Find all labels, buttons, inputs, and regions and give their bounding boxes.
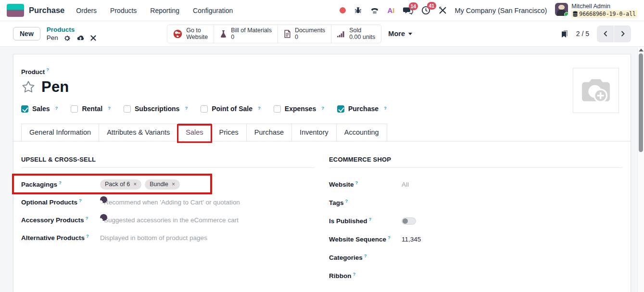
product-name-input[interactable]: Pen (41, 78, 69, 96)
help-mark[interactable]: ? (353, 271, 356, 277)
accessory-products-field[interactable]: Suggested accessories in the eCommerce c… (104, 216, 239, 224)
help-mark[interactable]: ? (321, 105, 324, 111)
company-switcher[interactable]: My Company (San Francisco) (455, 7, 547, 14)
tab-sales[interactable]: Sales (178, 124, 211, 141)
help-mark[interactable]: ? (185, 105, 188, 111)
tools-icon[interactable] (439, 6, 447, 14)
help-mark[interactable]: ? (59, 180, 62, 185)
menu-orders[interactable]: Orders (76, 7, 97, 14)
vertical-scrollbar[interactable] (637, 47, 644, 292)
bill-of-materials-button[interactable]: Bill of Materials 0 (214, 25, 278, 43)
document-icon (284, 30, 291, 38)
star-icon[interactable] (21, 80, 36, 94)
checkbox-rental[interactable]: Rental? (71, 105, 111, 113)
help-mark[interactable]: ? (86, 216, 88, 221)
checkbox-box[interactable] (201, 105, 208, 113)
menu-configuration[interactable]: Configuration (193, 7, 233, 14)
ai-icon[interactable]: AI (388, 6, 395, 14)
bookmark-icon[interactable] (561, 30, 568, 38)
go-to-website-button[interactable]: Go to Website (167, 25, 214, 43)
menu-reporting[interactable]: Reporting (150, 7, 179, 14)
help-mark[interactable]: ? (364, 253, 367, 258)
bug-icon[interactable] (354, 6, 362, 14)
tab-prices[interactable]: Prices (212, 124, 247, 141)
help-mark[interactable]: ? (388, 235, 391, 240)
packagings-field[interactable]: Pack of 6 × Bundle × (100, 179, 180, 190)
help-mark[interactable]: ? (384, 105, 387, 111)
tab-attributes-variants[interactable]: Attributes & Variants (99, 124, 178, 141)
tab-general-information[interactable]: General Information (21, 124, 99, 141)
tags-row: Tags? (329, 196, 622, 209)
avatar (555, 3, 568, 16)
new-button[interactable]: New (13, 27, 40, 40)
checkbox-subscriptions[interactable]: Subscriptions? (124, 105, 188, 113)
help-mark[interactable]: ? (345, 198, 348, 203)
help-mark[interactable]: ? (355, 180, 358, 185)
packaging-tag[interactable]: Pack of 6 × (100, 179, 141, 190)
help-mark[interactable]: ? (108, 105, 111, 111)
user-name: Mitchell Admin (571, 3, 637, 10)
messages-icon[interactable]: 14 (403, 6, 413, 15)
purchase-app-icon[interactable] (7, 4, 24, 17)
breadcrumb-current: Pen (47, 34, 58, 42)
optional-products-row: Optional Products? Recommend when 'Addin… (21, 196, 315, 208)
app-name[interactable]: Purchase (29, 6, 64, 15)
remove-tag-icon[interactable]: × (133, 181, 137, 187)
checkbox-purchase[interactable]: Purchase? (337, 105, 387, 113)
website-sequence-field[interactable]: 11,345 (402, 236, 421, 243)
checkbox-box[interactable] (21, 105, 28, 113)
checkbox-sales[interactable]: Sales? (21, 105, 58, 113)
module-checkboxes: Sales? Rental? Subscriptions? Point of S… (21, 105, 623, 113)
database-badge: 96668960-19-0-all (571, 10, 637, 18)
checkbox-box[interactable] (337, 105, 344, 113)
help-mark[interactable]: ? (46, 67, 49, 72)
tab-accounting[interactable]: Accounting (337, 124, 387, 141)
user-menu[interactable]: Mitchell Admin 96668960-19-0-all (555, 3, 637, 18)
breadcrumb-products-link[interactable]: Products (47, 26, 75, 34)
help-mark[interactable]: ? (79, 198, 82, 203)
camera-plus-icon (579, 76, 613, 105)
gear-icon[interactable] (63, 35, 71, 42)
pager-next-button[interactable] (614, 25, 631, 42)
website-field[interactable]: All (402, 181, 409, 188)
tab-purchase[interactable]: Purchase (247, 124, 292, 141)
documents-button[interactable]: Documents 0 (278, 25, 331, 43)
cloud-save-icon[interactable] (76, 35, 85, 41)
record-dot-icon[interactable] (340, 7, 346, 13)
pager-count: 2 / 5 (576, 30, 589, 38)
product-image-upload[interactable] (573, 68, 619, 113)
checkbox-box[interactable] (274, 105, 281, 113)
is-published-toggle[interactable] (402, 217, 416, 225)
alternative-products-field[interactable]: Displayed in bottom of product pages (100, 234, 207, 241)
optional-products-field[interactable]: Recommend when 'Adding to Cart' or quota… (104, 199, 240, 206)
checkbox-box[interactable] (124, 105, 131, 113)
more-button[interactable]: More (381, 27, 419, 40)
upsell-cross-sell-group: UPSELL & CROSS-SELL Packagings? Pack of … (21, 156, 315, 288)
alternative-products-row: Alternative Products? Displayed in botto… (21, 231, 315, 244)
checkbox-expenses[interactable]: Expenses? (274, 105, 324, 113)
checkbox-point-of-sale[interactable]: Point of Sale? (201, 105, 261, 113)
scroll-up-icon[interactable] (639, 49, 644, 51)
remove-tag-icon[interactable]: × (172, 181, 175, 187)
help-mark[interactable]: ? (369, 216, 372, 222)
scrollbar-thumb[interactable] (639, 53, 643, 152)
is-published-row: Is Published? (329, 215, 622, 227)
phone-icon[interactable] (370, 7, 379, 14)
chevron-down-icon (408, 33, 412, 35)
chevron-left-icon (603, 31, 608, 37)
help-mark[interactable]: ? (86, 233, 89, 239)
help-mark[interactable]: ? (258, 105, 261, 111)
help-mark[interactable]: ? (55, 105, 58, 111)
checkbox-box[interactable] (71, 105, 78, 113)
tab-inventory[interactable]: Inventory (292, 124, 337, 141)
website-row: Website? All (329, 178, 622, 190)
packaging-tag[interactable]: Bundle × (145, 179, 180, 190)
app-switcher[interactable]: Purchase (7, 4, 64, 17)
pager-previous-button[interactable] (597, 25, 614, 42)
flask-icon (220, 30, 227, 38)
stat-buttons: Go to Website Bill of Materials 0 (167, 25, 419, 43)
activities-icon[interactable]: 41 (421, 6, 430, 15)
sold-units-button[interactable]: Sold 0.00 units (331, 25, 381, 43)
menu-products[interactable]: Products (110, 7, 137, 14)
discard-icon[interactable] (90, 35, 96, 41)
